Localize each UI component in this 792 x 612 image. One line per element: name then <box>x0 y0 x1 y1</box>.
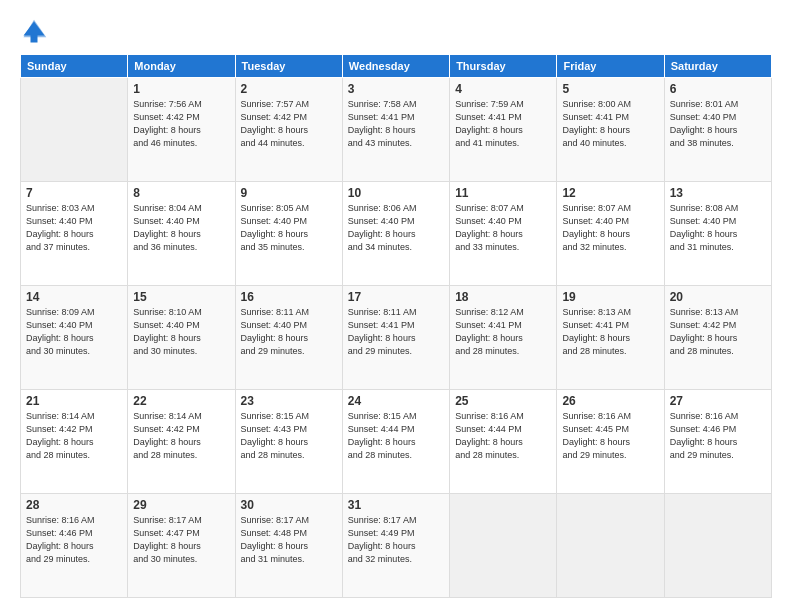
day-number: 13 <box>670 186 766 200</box>
calendar-cell: 15Sunrise: 8:10 AMSunset: 4:40 PMDayligh… <box>128 286 235 390</box>
day-info: Sunrise: 8:13 AMSunset: 4:42 PMDaylight:… <box>670 306 766 358</box>
day-info: Sunrise: 8:14 AMSunset: 4:42 PMDaylight:… <box>133 410 229 462</box>
day-number: 16 <box>241 290 337 304</box>
day-number: 3 <box>348 82 444 96</box>
day-info: Sunrise: 8:17 AMSunset: 4:47 PMDaylight:… <box>133 514 229 566</box>
days-row: SundayMondayTuesdayWednesdayThursdayFrid… <box>21 55 772 78</box>
logo <box>20 18 52 46</box>
calendar-cell: 23Sunrise: 8:15 AMSunset: 4:43 PMDayligh… <box>235 390 342 494</box>
calendar-cell: 28Sunrise: 8:16 AMSunset: 4:46 PMDayligh… <box>21 494 128 598</box>
week-row-5: 28Sunrise: 8:16 AMSunset: 4:46 PMDayligh… <box>21 494 772 598</box>
day-info: Sunrise: 8:09 AMSunset: 4:40 PMDaylight:… <box>26 306 122 358</box>
calendar-cell: 29Sunrise: 8:17 AMSunset: 4:47 PMDayligh… <box>128 494 235 598</box>
calendar-cell: 22Sunrise: 8:14 AMSunset: 4:42 PMDayligh… <box>128 390 235 494</box>
day-number: 29 <box>133 498 229 512</box>
calendar-cell: 20Sunrise: 8:13 AMSunset: 4:42 PMDayligh… <box>664 286 771 390</box>
day-number: 20 <box>670 290 766 304</box>
day-info: Sunrise: 8:08 AMSunset: 4:40 PMDaylight:… <box>670 202 766 254</box>
day-header-tuesday: Tuesday <box>235 55 342 78</box>
calendar-table: SundayMondayTuesdayWednesdayThursdayFrid… <box>20 54 772 598</box>
day-info: Sunrise: 8:16 AMSunset: 4:45 PMDaylight:… <box>562 410 658 462</box>
day-header-monday: Monday <box>128 55 235 78</box>
calendar-cell: 4Sunrise: 7:59 AMSunset: 4:41 PMDaylight… <box>450 78 557 182</box>
day-number: 25 <box>455 394 551 408</box>
calendar-cell: 30Sunrise: 8:17 AMSunset: 4:48 PMDayligh… <box>235 494 342 598</box>
week-row-4: 21Sunrise: 8:14 AMSunset: 4:42 PMDayligh… <box>21 390 772 494</box>
day-number: 7 <box>26 186 122 200</box>
day-number: 24 <box>348 394 444 408</box>
day-number: 28 <box>26 498 122 512</box>
header <box>20 18 772 46</box>
calendar-cell: 12Sunrise: 8:07 AMSunset: 4:40 PMDayligh… <box>557 182 664 286</box>
calendar-cell <box>664 494 771 598</box>
calendar-cell: 8Sunrise: 8:04 AMSunset: 4:40 PMDaylight… <box>128 182 235 286</box>
day-info: Sunrise: 8:11 AMSunset: 4:41 PMDaylight:… <box>348 306 444 358</box>
calendar-cell: 19Sunrise: 8:13 AMSunset: 4:41 PMDayligh… <box>557 286 664 390</box>
day-number: 19 <box>562 290 658 304</box>
day-number: 26 <box>562 394 658 408</box>
day-info: Sunrise: 8:06 AMSunset: 4:40 PMDaylight:… <box>348 202 444 254</box>
day-number: 21 <box>26 394 122 408</box>
day-number: 17 <box>348 290 444 304</box>
calendar-page: SundayMondayTuesdayWednesdayThursdayFrid… <box>0 0 792 612</box>
calendar-cell: 21Sunrise: 8:14 AMSunset: 4:42 PMDayligh… <box>21 390 128 494</box>
svg-marker-1 <box>24 20 47 38</box>
day-number: 12 <box>562 186 658 200</box>
day-number: 2 <box>241 82 337 96</box>
calendar-cell: 2Sunrise: 7:57 AMSunset: 4:42 PMDaylight… <box>235 78 342 182</box>
day-header-thursday: Thursday <box>450 55 557 78</box>
calendar-cell: 3Sunrise: 7:58 AMSunset: 4:41 PMDaylight… <box>342 78 449 182</box>
week-row-2: 7Sunrise: 8:03 AMSunset: 4:40 PMDaylight… <box>21 182 772 286</box>
day-info: Sunrise: 8:14 AMSunset: 4:42 PMDaylight:… <box>26 410 122 462</box>
day-header-friday: Friday <box>557 55 664 78</box>
day-number: 11 <box>455 186 551 200</box>
calendar-cell: 11Sunrise: 8:07 AMSunset: 4:40 PMDayligh… <box>450 182 557 286</box>
calendar-cell: 10Sunrise: 8:06 AMSunset: 4:40 PMDayligh… <box>342 182 449 286</box>
day-info: Sunrise: 8:07 AMSunset: 4:40 PMDaylight:… <box>562 202 658 254</box>
calendar-cell: 24Sunrise: 8:15 AMSunset: 4:44 PMDayligh… <box>342 390 449 494</box>
day-number: 9 <box>241 186 337 200</box>
day-info: Sunrise: 7:59 AMSunset: 4:41 PMDaylight:… <box>455 98 551 150</box>
day-info: Sunrise: 8:16 AMSunset: 4:44 PMDaylight:… <box>455 410 551 462</box>
calendar-cell: 5Sunrise: 8:00 AMSunset: 4:41 PMDaylight… <box>557 78 664 182</box>
calendar-header: SundayMondayTuesdayWednesdayThursdayFrid… <box>21 55 772 78</box>
day-info: Sunrise: 7:58 AMSunset: 4:41 PMDaylight:… <box>348 98 444 150</box>
day-info: Sunrise: 8:15 AMSunset: 4:43 PMDaylight:… <box>241 410 337 462</box>
day-info: Sunrise: 8:00 AMSunset: 4:41 PMDaylight:… <box>562 98 658 150</box>
day-number: 14 <box>26 290 122 304</box>
calendar-cell: 6Sunrise: 8:01 AMSunset: 4:40 PMDaylight… <box>664 78 771 182</box>
day-number: 15 <box>133 290 229 304</box>
day-header-sunday: Sunday <box>21 55 128 78</box>
calendar-cell: 16Sunrise: 8:11 AMSunset: 4:40 PMDayligh… <box>235 286 342 390</box>
day-number: 22 <box>133 394 229 408</box>
calendar-cell: 17Sunrise: 8:11 AMSunset: 4:41 PMDayligh… <box>342 286 449 390</box>
calendar-cell: 13Sunrise: 8:08 AMSunset: 4:40 PMDayligh… <box>664 182 771 286</box>
day-number: 1 <box>133 82 229 96</box>
day-info: Sunrise: 8:15 AMSunset: 4:44 PMDaylight:… <box>348 410 444 462</box>
day-info: Sunrise: 8:05 AMSunset: 4:40 PMDaylight:… <box>241 202 337 254</box>
calendar-cell: 14Sunrise: 8:09 AMSunset: 4:40 PMDayligh… <box>21 286 128 390</box>
calendar-cell: 31Sunrise: 8:17 AMSunset: 4:49 PMDayligh… <box>342 494 449 598</box>
day-info: Sunrise: 8:11 AMSunset: 4:40 PMDaylight:… <box>241 306 337 358</box>
calendar-cell <box>450 494 557 598</box>
day-number: 5 <box>562 82 658 96</box>
calendar-cell: 25Sunrise: 8:16 AMSunset: 4:44 PMDayligh… <box>450 390 557 494</box>
day-header-wednesday: Wednesday <box>342 55 449 78</box>
day-info: Sunrise: 8:12 AMSunset: 4:41 PMDaylight:… <box>455 306 551 358</box>
week-row-1: 1Sunrise: 7:56 AMSunset: 4:42 PMDaylight… <box>21 78 772 182</box>
day-info: Sunrise: 8:17 AMSunset: 4:48 PMDaylight:… <box>241 514 337 566</box>
day-info: Sunrise: 8:04 AMSunset: 4:40 PMDaylight:… <box>133 202 229 254</box>
day-info: Sunrise: 8:01 AMSunset: 4:40 PMDaylight:… <box>670 98 766 150</box>
day-info: Sunrise: 7:57 AMSunset: 4:42 PMDaylight:… <box>241 98 337 150</box>
day-info: Sunrise: 7:56 AMSunset: 4:42 PMDaylight:… <box>133 98 229 150</box>
day-number: 8 <box>133 186 229 200</box>
day-number: 30 <box>241 498 337 512</box>
calendar-cell: 18Sunrise: 8:12 AMSunset: 4:41 PMDayligh… <box>450 286 557 390</box>
day-header-saturday: Saturday <box>664 55 771 78</box>
day-number: 31 <box>348 498 444 512</box>
logo-icon <box>20 18 48 46</box>
day-number: 6 <box>670 82 766 96</box>
calendar-cell: 7Sunrise: 8:03 AMSunset: 4:40 PMDaylight… <box>21 182 128 286</box>
day-number: 27 <box>670 394 766 408</box>
day-info: Sunrise: 8:17 AMSunset: 4:49 PMDaylight:… <box>348 514 444 566</box>
